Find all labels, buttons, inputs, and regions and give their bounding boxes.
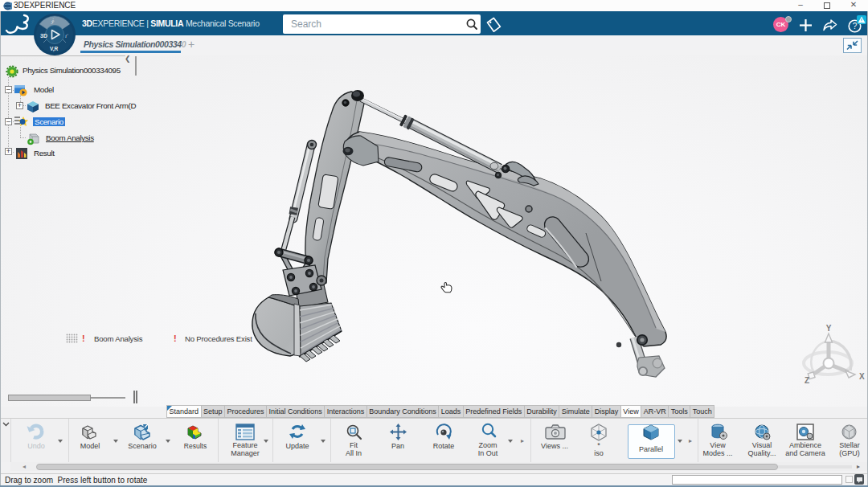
svg-text:X: X [859,372,865,381]
svg-text:Z: Z [805,376,809,385]
svg-text:3D: 3D [40,33,47,39]
svg-text:iʹ: iʹ [65,33,68,39]
svg-text:V,R: V,R [50,46,59,52]
svg-text:Y: Y [826,324,832,333]
